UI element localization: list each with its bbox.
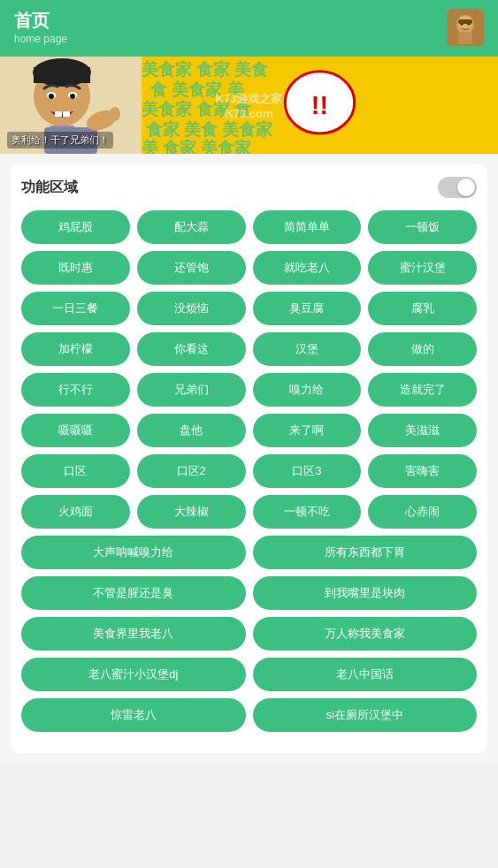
svg-rect-16 <box>63 111 70 117</box>
function-card: 功能区域 鸡屁股配大蒜简简单单一顿饭既时惠还管饱就吃老八蜜汁汉堡一日三餐没烦恼臭… <box>11 164 487 753</box>
svg-rect-15 <box>55 111 62 117</box>
btn-row-7: 火鸡面大辣椒一顿不吃心赤闹 <box>21 495 477 529</box>
func-btn-5-1[interactable]: 盘他 <box>137 414 246 447</box>
btn-row-3: 加柠檬你看这汉堡做的 <box>21 332 477 366</box>
svg-point-14 <box>70 94 75 99</box>
wide-func-btn-4-0[interactable]: 惊雷老八 <box>21 698 246 732</box>
banner-character: 奥利给！干了兄弟们！ <box>0 57 142 154</box>
btn-section-4col: 鸡屁股配大蒜简简单单一顿饭既时惠还管饱就吃老八蜜汁汉堡一日三餐没烦恼臭豆腐腐乳加… <box>21 210 477 529</box>
func-btn-2-0[interactable]: 一日三餐 <box>21 292 130 325</box>
main-content: 功能区域 鸡屁股配大蒜简简单单一顿饭既时惠还管饱就吃老八蜜汁汉堡一日三餐没烦恼臭… <box>0 154 498 764</box>
wide-func-btn-4-1[interactable]: si在厕所汉堡中 <box>253 698 478 732</box>
function-header: 功能区域 <box>21 177 477 198</box>
func-btn-1-0[interactable]: 既时惠 <box>21 251 130 285</box>
banner-caption: 奥利给！干了兄弟们！ <box>7 132 113 148</box>
banner: 奥利给！干了兄弟们！ 美食家 食家 美食 食 美食家 美 美食家 食家 食 食家… <box>0 57 498 154</box>
wide-func-btn-1-0[interactable]: 不管是腥还是臭 <box>21 576 246 610</box>
func-btn-7-2[interactable]: 一顿不吃 <box>253 495 362 529</box>
func-btn-3-3[interactable]: 做的 <box>368 332 477 366</box>
wide-btn-row-4: 惊雷老八si在厕所汉堡中 <box>21 698 477 732</box>
wide-btn-row-3: 老八蜜汁小汉堡dj老八中国话 <box>21 658 477 691</box>
func-btn-7-3[interactable]: 心赤闹 <box>368 495 477 529</box>
avatar-image <box>447 9 484 46</box>
avatar[interactable] <box>447 9 484 46</box>
toggle-knob <box>457 179 475 196</box>
func-btn-3-0[interactable]: 加柠檬 <box>21 332 130 366</box>
wide-func-btn-3-1[interactable]: 老八中国话 <box>253 658 478 691</box>
svg-text:美食家  食家  食: 美食家 食家 食 <box>142 99 252 118</box>
func-btn-4-3[interactable]: 造就完了 <box>368 373 477 407</box>
func-btn-5-3[interactable]: 美滋滋 <box>368 414 477 447</box>
wide-func-btn-3-0[interactable]: 老八蜜汁小汉堡dj <box>21 658 246 691</box>
func-btn-4-2[interactable]: 嗅力给 <box>253 373 362 407</box>
wide-btn-row-1: 不管是腥还是臭到我嘴里是块肉 <box>21 576 477 610</box>
svg-rect-6 <box>458 19 472 24</box>
svg-rect-3 <box>458 32 472 44</box>
wide-btn-row-2: 美食界里我老八万人称我美食家 <box>21 617 477 651</box>
svg-text:食家  美食  美食家: 食家 美食 美食家 <box>145 119 273 139</box>
func-btn-7-0[interactable]: 火鸡面 <box>21 495 130 529</box>
func-btn-3-2[interactable]: 汉堡 <box>253 332 362 366</box>
svg-point-13 <box>49 94 54 99</box>
func-btn-0-3[interactable]: 一顿饭 <box>368 210 477 244</box>
func-btn-6-0[interactable]: 口区 <box>21 454 130 488</box>
func-btn-7-1[interactable]: 大辣椒 <box>137 495 246 529</box>
func-btn-0-1[interactable]: 配大蒜 <box>137 210 246 244</box>
wide-btn-row-0: 大声呐喊嗅力给所有东西都下胃 <box>21 536 477 569</box>
btn-row-4: 行不行兄弟们嗅力给造就完了 <box>21 373 477 407</box>
func-btn-0-0[interactable]: 鸡屁股 <box>21 210 130 244</box>
func-btn-4-1[interactable]: 兄弟们 <box>137 373 246 407</box>
wide-button-grid: 大声呐喊嗅力给所有东西都下胃不管是腥还是臭到我嘴里是块肉美食界里我老八万人称我美… <box>21 536 477 732</box>
btn-row-6: 口区口区2口区3害嗨害 <box>21 454 477 488</box>
svg-rect-10 <box>34 67 90 83</box>
wide-func-btn-1-1[interactable]: 到我嘴里是块肉 <box>253 576 478 610</box>
func-btn-5-0[interactable]: 嗫嗫嗫 <box>21 414 130 447</box>
btn-row-1: 既时惠还管饱就吃老八蜜汁汉堡 <box>21 251 477 285</box>
svg-text:食  美食家  美: 食 美食家 美 <box>149 80 244 99</box>
func-btn-1-1[interactable]: 还管饱 <box>137 251 246 285</box>
wide-func-btn-2-0[interactable]: 美食界里我老八 <box>21 617 246 651</box>
btn-row-2: 一日三餐没烦恼臭豆腐腐乳 <box>21 292 477 325</box>
button-grid: 鸡屁股配大蒜简简单单一顿饭既时惠还管饱就吃老八蜜汁汉堡一日三餐没烦恼臭豆腐腐乳加… <box>21 210 477 529</box>
svg-point-20 <box>110 107 120 121</box>
func-btn-2-2[interactable]: 臭豆腐 <box>253 292 362 325</box>
func-btn-3-1[interactable]: 你看这 <box>137 332 246 366</box>
wide-func-btn-0-1[interactable]: 所有东西都下胃 <box>253 536 478 569</box>
func-btn-5-2[interactable]: 来了啊 <box>253 414 362 447</box>
svg-text:美食家  食家  美食: 美食家 食家 美食 <box>142 59 269 79</box>
toggle-switch[interactable] <box>438 177 477 198</box>
banner-text-area: 美食家 食家 美食 食 美食家 美 美食家 食家 食 食家 美食 美食家 美 食… <box>142 57 498 154</box>
func-btn-2-3[interactable]: 腐乳 <box>368 292 477 325</box>
page-title: 首页 <box>14 10 67 31</box>
wide-func-btn-2-1[interactable]: 万人称我美食家 <box>253 617 478 651</box>
page-subtitle: home page <box>14 33 67 45</box>
btn-row-5: 嗫嗫嗫盘他来了啊美滋滋 <box>21 414 477 447</box>
svg-text:!!: !! <box>311 91 328 119</box>
svg-text:美  食家  美食家: 美 食家 美食家 <box>142 138 252 154</box>
function-title: 功能区域 <box>21 179 78 197</box>
func-btn-0-2[interactable]: 简简单单 <box>253 210 362 244</box>
func-btn-1-2[interactable]: 就吃老八 <box>253 251 362 285</box>
btn-row-0: 鸡屁股配大蒜简简单单一顿饭 <box>21 210 477 244</box>
func-btn-1-3[interactable]: 蜜汁汉堡 <box>368 251 477 285</box>
func-btn-6-1[interactable]: 口区2 <box>137 454 246 488</box>
func-btn-6-3[interactable]: 害嗨害 <box>368 454 477 488</box>
func-btn-6-2[interactable]: 口区3 <box>253 454 362 488</box>
wide-func-btn-0-0[interactable]: 大声呐喊嗅力给 <box>21 536 246 569</box>
app-header: 首页 home page <box>0 0 498 57</box>
func-btn-4-0[interactable]: 行不行 <box>21 373 130 407</box>
header-left: 首页 home page <box>14 10 67 45</box>
func-btn-2-1[interactable]: 没烦恼 <box>137 292 246 325</box>
